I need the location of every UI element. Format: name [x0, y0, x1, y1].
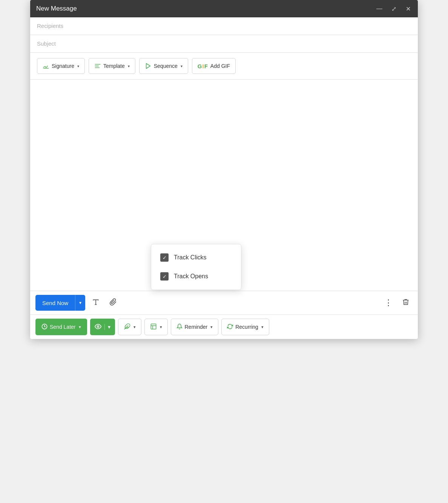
track-opens-label: Track Opens: [174, 273, 208, 280]
recurring-label: Recurring: [235, 324, 258, 330]
eye-icon: [95, 323, 101, 331]
send-later-caret: ▾: [79, 325, 81, 330]
recurring-icon: [227, 324, 233, 331]
track-dropdown: ✓ Track Clicks ✓ Track Opens: [151, 244, 241, 290]
snippet-button-group[interactable]: ▾: [144, 319, 168, 335]
send-now-button[interactable]: Send Now: [35, 295, 75, 311]
recipients-row: [30, 17, 418, 35]
signature-button[interactable]: Signature ▾: [37, 58, 85, 74]
bell-icon: [176, 324, 183, 331]
track-button-group[interactable]: ▾: [90, 319, 115, 335]
bottom-bar: Send Now ▾ ⋮: [30, 291, 418, 314]
recipients-input[interactable]: [37, 23, 411, 29]
titlebar: New Message — ⤢ ✕: [30, 0, 418, 17]
sequence-icon: [145, 63, 152, 69]
gif-f: F: [204, 63, 208, 69]
sequence-label: Sequence: [154, 63, 178, 69]
window-controls: — ⤢ ✕: [376, 5, 412, 12]
svg-marker-3: [146, 63, 150, 69]
plugin-caret[interactable]: ▾: [133, 325, 136, 330]
signature-label: Signature: [52, 63, 74, 69]
track-clicks-checkbox[interactable]: ✓: [160, 253, 169, 262]
attach-button[interactable]: [106, 296, 120, 310]
reminder-label: Reminder: [185, 324, 208, 330]
template-button[interactable]: Template ▾: [89, 58, 135, 74]
add-gif-button[interactable]: GIF Add GIF: [192, 58, 236, 74]
signature-icon: [43, 63, 49, 69]
window-title: New Message: [36, 5, 77, 12]
subject-input[interactable]: [37, 40, 411, 47]
track-opens-item[interactable]: ✓ Track Opens: [151, 267, 241, 286]
trash-icon: [402, 298, 410, 308]
svg-point-5: [97, 325, 99, 327]
sequence-button[interactable]: Sequence ▾: [139, 58, 188, 74]
send-now-group: Send Now ▾: [35, 295, 85, 311]
compose-toolbar: Signature ▾ Template ▾ Sequence: [30, 53, 418, 80]
template-label: Template: [103, 63, 125, 69]
send-now-caret-button[interactable]: ▾: [75, 295, 85, 311]
track-opens-checkbox[interactable]: ✓: [160, 272, 169, 281]
recurring-button[interactable]: Recurring ▾: [221, 319, 269, 335]
compose-window: New Message — ⤢ ✕ Signature ▾: [30, 0, 418, 339]
gif-g: G: [198, 63, 203, 69]
track-clicks-check: ✓: [163, 255, 167, 261]
attach-icon: [109, 298, 117, 308]
track-caret[interactable]: ▾: [104, 324, 110, 330]
add-gif-label: Add GIF: [210, 63, 230, 69]
template-icon: [94, 63, 101, 69]
more-icon: ⋮: [384, 298, 393, 308]
signature-caret: ▾: [77, 64, 79, 68]
format-text-button[interactable]: [89, 296, 103, 310]
trash-button[interactable]: [399, 296, 413, 310]
svg-rect-8: [151, 324, 156, 329]
plugin-button-group[interactable]: ▾: [118, 319, 141, 335]
track-opens-check: ✓: [163, 274, 167, 279]
snippet-icon: [150, 323, 157, 331]
maximize-button[interactable]: ⤢: [390, 5, 397, 12]
reminder-button[interactable]: Reminder ▾: [171, 319, 219, 335]
reminder-caret: ▾: [210, 325, 213, 330]
puzzle-icon: [124, 323, 130, 331]
more-options-button[interactable]: ⋮: [382, 296, 395, 310]
send-later-label: Send Later: [50, 324, 76, 330]
close-button[interactable]: ✕: [404, 5, 412, 12]
snippet-caret[interactable]: ▾: [160, 325, 162, 330]
track-clicks-item[interactable]: ✓ Track Clicks: [151, 248, 241, 267]
template-caret: ▾: [128, 64, 130, 68]
minimize-button[interactable]: —: [376, 5, 383, 12]
subject-row: [30, 35, 418, 53]
send-later-button[interactable]: Send Later ▾: [35, 319, 87, 335]
bottom-actions: Send Later ▾ ▾ ▾: [30, 314, 418, 339]
format-icon: [92, 298, 100, 308]
track-clicks-label: Track Clicks: [174, 254, 207, 261]
clock-icon: [41, 324, 48, 331]
gif-label: GIF: [198, 63, 208, 69]
recurring-caret: ▾: [261, 325, 264, 330]
sequence-caret: ▾: [181, 64, 183, 68]
